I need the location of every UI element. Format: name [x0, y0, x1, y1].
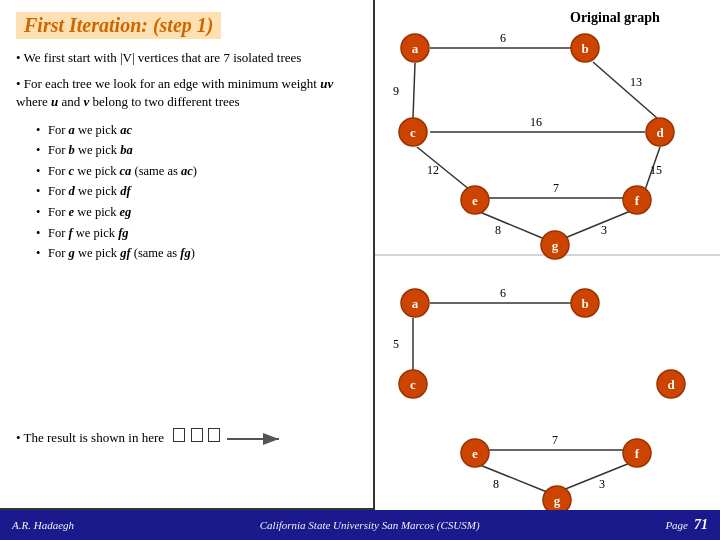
- svg-text:g: g: [552, 238, 559, 253]
- svg-line-11: [417, 147, 470, 190]
- footer-author: A.R. Hadaegh: [12, 519, 74, 531]
- svg-text:15: 15: [650, 163, 662, 177]
- svg-line-5: [413, 63, 415, 118]
- svg-text:7: 7: [553, 181, 559, 195]
- svg-line-19: [560, 210, 633, 240]
- svg-text:e: e: [472, 193, 478, 208]
- left-panel: First Iteration: (step 1) • We first sta…: [0, 0, 375, 510]
- sub-bullet-e: For e we pick eg: [36, 202, 357, 223]
- sub-bullet-g: For g we pick gf (same as fg): [36, 243, 357, 264]
- footer: A.R. Hadaegh California State University…: [0, 510, 720, 540]
- svg-text:d: d: [667, 377, 675, 392]
- footer-institution: California State University San Marcos (…: [260, 519, 480, 531]
- original-graph-label: Original graph: [570, 10, 660, 25]
- svg-text:b: b: [581, 41, 588, 56]
- svg-text:8: 8: [495, 223, 501, 237]
- svg-text:e: e: [472, 446, 478, 461]
- sub-bullet-c: For c we pick ca (same as ac): [36, 161, 357, 182]
- svg-text:c: c: [410, 125, 416, 140]
- sub-bullet-f: For f we pick fg: [36, 223, 357, 244]
- footer-page: Page 71: [665, 517, 708, 533]
- sub-bullet-a: For a we pick ac: [36, 120, 357, 141]
- svg-text:6: 6: [500, 286, 506, 300]
- svg-text:g: g: [554, 493, 561, 508]
- svg-text:8: 8: [493, 477, 499, 491]
- svg-text:13: 13: [630, 75, 642, 89]
- svg-line-43: [475, 463, 547, 492]
- svg-text:6: 6: [500, 31, 506, 45]
- result-text: • The result is shown in here: [16, 428, 287, 449]
- svg-text:a: a: [412, 41, 419, 56]
- svg-text:9: 9: [393, 84, 399, 98]
- svg-text:3: 3: [601, 223, 607, 237]
- sub-bullet-d: For d we pick df: [36, 181, 357, 202]
- sub-bullet-b: For b we pick ba: [36, 140, 357, 161]
- svg-text:16: 16: [530, 115, 542, 129]
- bullet-minimum-weight: • For each tree we look for an edge with…: [16, 75, 357, 111]
- svg-text:3: 3: [599, 477, 605, 491]
- svg-line-17: [475, 210, 547, 240]
- svg-text:12: 12: [427, 163, 439, 177]
- svg-text:b: b: [581, 296, 588, 311]
- svg-text:d: d: [656, 125, 664, 140]
- svg-text:c: c: [410, 377, 416, 392]
- svg-text:5: 5: [393, 337, 399, 351]
- bullet-isolated-trees: • We first start with |V| vertices that …: [16, 49, 357, 67]
- svg-text:f: f: [635, 193, 640, 208]
- svg-text:7: 7: [552, 433, 558, 447]
- slide-title: First Iteration: (step 1): [16, 12, 221, 39]
- svg-text:f: f: [635, 446, 640, 461]
- svg-line-41: [558, 463, 630, 492]
- svg-line-7: [593, 62, 657, 118]
- graphs-svg: Original graph 6 9 13 16 12 15 7 8 3 a b…: [375, 0, 720, 510]
- sub-bullet-list: For a we pick ac For b we pick ba For c …: [36, 120, 357, 264]
- svg-text:a: a: [412, 296, 419, 311]
